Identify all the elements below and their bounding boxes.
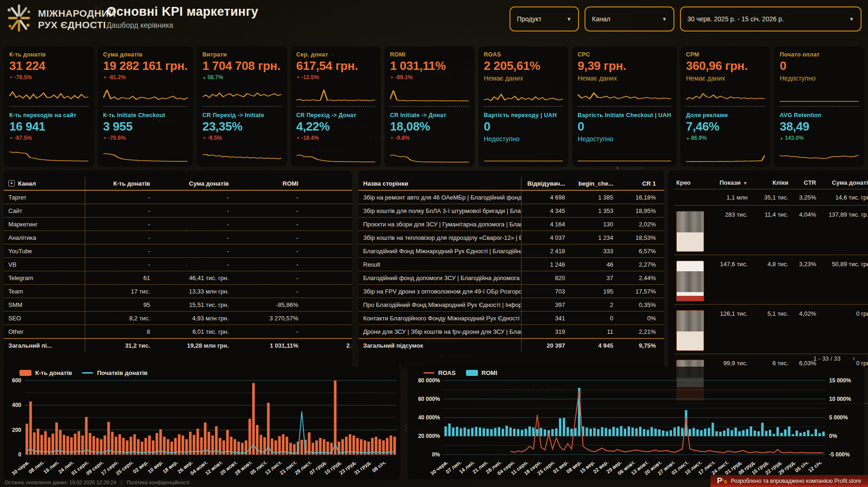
- arrow-down-icon: ▼: [390, 75, 394, 80]
- svg-text:40 000%: 40 000%: [418, 414, 440, 421]
- creo-header-row: КреоПокази▼КлікиCTRСума донатів: [674, 176, 868, 189]
- table-row[interactable]: Збір коштів на тепловізор для підрозділу…: [359, 231, 664, 244]
- table-row[interactable]: VB----: [4, 258, 352, 271]
- kpi-value: 31 224: [9, 59, 88, 73]
- kpi-sparkline-wrap: [103, 148, 188, 164]
- kpi-sparkline-wrap: [686, 87, 765, 103]
- privacy-policy-link[interactable]: Політика конфіденційності: [127, 480, 189, 485]
- row-value-cell: 4 037: [522, 234, 570, 241]
- table-row[interactable]: Маркетинг----: [4, 218, 352, 231]
- legend-item[interactable]: К-ть донатів: [19, 369, 72, 376]
- table-row[interactable]: Контакти Благодійного Фонду Міжнародний …: [359, 312, 664, 325]
- kpi-primary-metric[interactable]: ROAS2 205,61%Немає даних: [484, 46, 563, 106]
- kpi-secondary-metric[interactable]: Вартість переходу | UAH0Недоступно: [484, 107, 563, 167]
- row-value-cell: CR 1: [618, 180, 660, 187]
- kpi-secondary-metric[interactable]: Вартість Initiate Checkout | UAH0Недосту…: [578, 107, 671, 167]
- row-value-cell: 2: [570, 301, 618, 308]
- kpi-primary-metric[interactable]: CPM360,96 грн.Немає даних: [686, 46, 765, 106]
- channel-filter-dropdown[interactable]: Канал ▼: [585, 6, 674, 31]
- kpi-primary-metric[interactable]: ROMI1 031,11%▼-89.1%: [390, 46, 469, 106]
- kpi-secondary-metric[interactable]: CR Initiate -> Донат18,08%▼-9.8%: [390, 107, 469, 167]
- table-row[interactable]: Other86,01 тис. грн.--: [4, 325, 352, 338]
- vendor-badge[interactable]: P's Розроблено та впроваджено компанією …: [711, 475, 868, 487]
- creo-thumbnail[interactable]: [676, 211, 704, 252]
- creo-thumbnail[interactable]: [676, 310, 704, 351]
- kpi-card: ROAS2 205,61%Немає данихВартість переход…: [478, 46, 569, 167]
- row-value-cell: begin_che...: [570, 180, 618, 187]
- kpi-sparkline: [780, 148, 859, 164]
- row-value-cell: 1 353: [570, 207, 618, 214]
- table-row[interactable]: Таргет----: [4, 191, 352, 204]
- row-value-cell: 1 031,11%: [233, 342, 303, 349]
- creo-value-cell: 283 тис.: [705, 208, 749, 218]
- kpi-sparkline-wrap: [202, 87, 282, 103]
- creo-summary-cell: 3,25%: [790, 194, 818, 201]
- kpi-primary-metric[interactable]: CPC9,39 грн.Немає даних: [578, 46, 671, 106]
- row-value-cell: 8: [85, 328, 155, 335]
- row-value-cell: 15,51 тис. грн.: [155, 301, 233, 308]
- legend-swatch: [423, 372, 434, 374]
- product-filter-dropdown[interactable]: Продукт ▼: [509, 6, 579, 31]
- row-value-cell: -: [303, 248, 352, 255]
- donations-chart-panel: К-ть донатівПочатків донатів600400200030…: [4, 367, 400, 480]
- table-row[interactable]: Дрони для ЗСУ | Збір коштів на fpv-дрони…: [359, 325, 664, 338]
- kpi-value: 23,35%: [202, 119, 282, 134]
- date-range-label: 30 черв. 2025 р. - 15 січ. 2026 р.: [687, 15, 784, 23]
- kpi-sparkline-wrap: [296, 148, 376, 164]
- kpi-secondary-metric[interactable]: К-ть переходів на сайт16 941▼-67.5%: [9, 107, 88, 167]
- table-row[interactable]: YouTube----: [4, 244, 352, 258]
- creo-header-cell[interactable]: Покази▼: [705, 179, 749, 186]
- table-row[interactable]: Аналітика----: [4, 231, 352, 244]
- row-value-cell: -: [155, 194, 233, 201]
- row-value-cell: 46: [570, 261, 618, 268]
- kpi-secondary-metric[interactable]: Доля реклами7,46%▲86.9%: [686, 107, 765, 167]
- table-row[interactable]: Збір на ремонт авто для 46 ОАеМБр | Благ…: [359, 191, 664, 204]
- creo-header-cell: Крео: [674, 179, 705, 186]
- creo-value-cell: 3,23%: [790, 258, 818, 268]
- table-row[interactable]: SMM9515,51 тис. грн.-85,86%-: [4, 298, 352, 312]
- row-value-cell: -: [85, 207, 155, 214]
- row-value-cell: 2 205,61%: [303, 342, 352, 349]
- kpi-sparkline: [578, 87, 671, 103]
- table-row[interactable]: Благодійний Фонд Міжнародний Рух Єдності…: [359, 244, 664, 258]
- creo-thumbnail[interactable]: [676, 261, 704, 301]
- row-value-cell: 4 345: [522, 207, 570, 214]
- kpi-primary-metric[interactable]: К-ть донатів31 224▼-78.5%: [9, 46, 88, 106]
- table-row[interactable]: Про Благодійний Фонд Міжнародний Рух Єдн…: [359, 298, 664, 312]
- table-header-row: +КаналК-ть донатівСума донатівROMIROASВи…: [4, 177, 352, 191]
- table-row[interactable]: Result1 246462,27%: [359, 258, 664, 271]
- pagination-prev-icon[interactable]: ‹: [853, 354, 855, 363]
- row-value-cell: 95: [85, 301, 155, 308]
- kpi-secondary-metric[interactable]: CR Перехід -> Initiate23,35%▼-9.5%: [202, 107, 282, 167]
- date-range-dropdown[interactable]: 30 черв. 2025 р. - 15 січ. 2026 р. ▼: [680, 6, 862, 31]
- creo-row[interactable]: 147,6 тис.4,8 тис.3,23%50,89 тис. грн.: [674, 255, 868, 305]
- kpi-primary-metric[interactable]: Сума донатів19 282 161 грн.▼-81.2%: [103, 46, 188, 106]
- table-row[interactable]: Збір на FPV дрони з оптоволокном для 49-…: [359, 285, 664, 298]
- creo-value-cell: 6 тис.: [749, 357, 790, 367]
- table-row[interactable]: SEO8,2 тис.4,93 млн грн.3 270,57%-: [4, 312, 352, 325]
- creo-summary-row[interactable]: 1,1 млн35,1 тис.3,25%14,6 тис. грн.: [674, 189, 868, 206]
- creo-row[interactable]: 126,1 тис.5,1 тис.4,02%0 грн.: [674, 305, 868, 354]
- kpi-label: Доля реклами: [686, 112, 765, 119]
- table-row[interactable]: Telegram6146,41 тис. грн.--: [4, 271, 352, 285]
- row-label-cell: Благодійний Фонд Міжнародний Рух Єдності…: [359, 244, 522, 257]
- row-value-cell: -: [303, 301, 352, 308]
- kpi-primary-metric[interactable]: Сер. донат617,54 грн.▼-12.5%: [296, 46, 376, 106]
- kpi-secondary-metric[interactable]: AVG Retention38,49▲143.0%: [780, 107, 859, 167]
- table-row[interactable]: Team17 тис.13,33 млн грн.--: [4, 285, 352, 298]
- expand-plus-icon[interactable]: +: [8, 180, 15, 187]
- table-row[interactable]: Проєкти на збори для ЗСУ | Гуманітарна д…: [359, 218, 664, 231]
- legend-item[interactable]: ROMI: [466, 369, 497, 376]
- legend-item[interactable]: Початків донатів: [82, 369, 147, 376]
- creo-row[interactable]: 283 тис.11,4 тис.4,04%137,89 тис. гр...: [674, 206, 868, 255]
- kpi-primary-metric[interactable]: Витрати1 704 708 грн.▲58.7%: [202, 46, 282, 106]
- legend-item[interactable]: ROAS: [423, 369, 456, 376]
- kpi-sparkline-wrap: [780, 148, 859, 164]
- kpi-primary-metric[interactable]: Почато оплат0Недоступно: [780, 46, 859, 106]
- table-row[interactable]: Сайт----: [4, 204, 352, 218]
- kpi-secondary-metric[interactable]: К-ть Initiate Checkout3 955▼-70.6%: [103, 107, 188, 167]
- table-row[interactable]: Збір коштів для полку БпЛА 3-ї штурмової…: [359, 204, 664, 218]
- kpi-secondary-metric[interactable]: CR Перехід -> Донат4,22%▼-18.4%: [296, 107, 376, 167]
- creo-value-cell: 4,8 тис.: [749, 258, 790, 268]
- table-row[interactable]: Благодійний фонд допомоги ЗСУ | Благодій…: [359, 271, 664, 285]
